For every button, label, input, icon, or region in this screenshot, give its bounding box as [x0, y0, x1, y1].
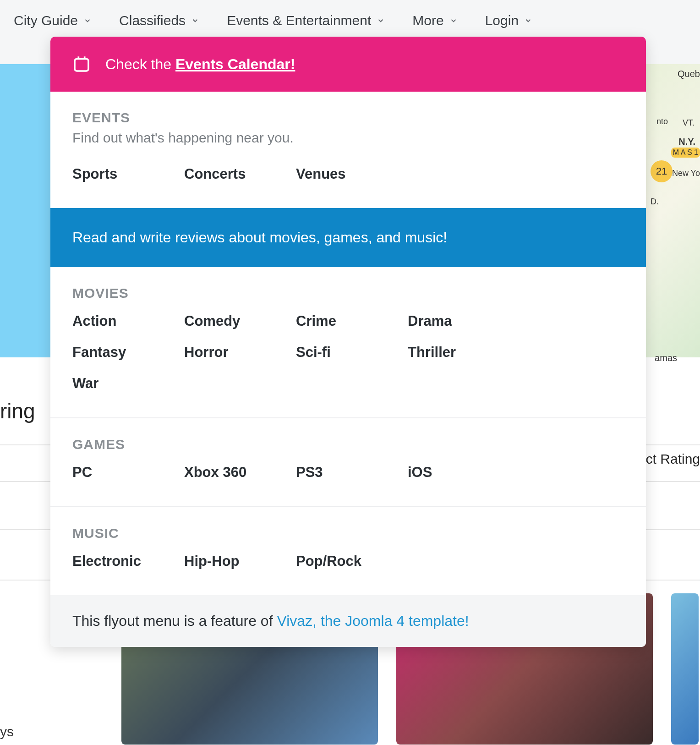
section-title: MUSIC — [72, 526, 624, 541]
map-cluster-badge[interactable]: 21 — [651, 160, 673, 182]
text-partial: ys — [0, 724, 14, 740]
chevron-down-icon — [83, 16, 92, 25]
section-title: EVENTS — [72, 110, 624, 126]
chevron-down-icon — [524, 16, 532, 25]
events-links: Sports Concerts Venues — [72, 159, 624, 190]
movies-links: Action Comedy Crime Drama Fantasy Horror… — [72, 306, 624, 399]
calendar-icon — [72, 55, 91, 73]
link-poprock[interactable]: Pop/Rock — [296, 546, 408, 577]
listing-card-image[interactable] — [671, 593, 699, 745]
nav-events-entertainment[interactable]: Events & Entertainment — [227, 13, 385, 28]
nav-label: Events & Entertainment — [227, 13, 371, 28]
link-xbox360[interactable]: Xbox 360 — [184, 457, 296, 488]
link-drama[interactable]: Drama — [408, 306, 520, 337]
page-heading-partial: ring — [0, 399, 35, 423]
link-ps3[interactable]: PS3 — [296, 457, 408, 488]
map-label: Queb — [678, 69, 700, 79]
map-label: N.Y. — [678, 137, 695, 147]
section-movies: MOVIES Action Comedy Crime Drama Fantasy… — [50, 267, 646, 417]
footer-link[interactable]: Vivaz, the Joomla 4 template! — [277, 613, 469, 629]
map-label: M A S 1 — [671, 148, 700, 158]
link-war[interactable]: War — [72, 368, 184, 399]
top-nav: City Guide Classifieds Events & Entertai… — [0, 0, 700, 41]
map-label: D. — [651, 197, 659, 207]
map-label: nto — [656, 117, 668, 126]
section-music: MUSIC Electronic Hip-Hop Pop/Rock — [50, 507, 646, 595]
chevron-down-icon — [449, 16, 458, 25]
chevron-down-icon — [191, 16, 199, 25]
link-horror[interactable]: Horror — [184, 337, 296, 368]
nav-city-guide[interactable]: City Guide — [14, 13, 92, 28]
section-title: MOVIES — [72, 285, 624, 301]
banner-events-calendar[interactable]: Check the Events Calendar! — [50, 37, 646, 92]
map-label: VT. — [683, 118, 695, 128]
nav-label: Login — [485, 13, 519, 28]
section-title: GAMES — [72, 437, 624, 452]
footer-prefix: This flyout menu is a feature of — [72, 613, 277, 629]
link-sports[interactable]: Sports — [72, 159, 184, 190]
music-links: Electronic Hip-Hop Pop/Rock — [72, 546, 624, 577]
nav-more[interactable]: More — [412, 13, 457, 28]
link-fantasy[interactable]: Fantasy — [72, 337, 184, 368]
link-crime[interactable]: Crime — [296, 306, 408, 337]
chevron-down-icon — [377, 16, 385, 25]
link-pc[interactable]: PC — [72, 457, 184, 488]
nav-classifieds[interactable]: Classifieds — [119, 13, 199, 28]
link-concerts[interactable]: Concerts — [184, 159, 296, 190]
svg-rect-0 — [75, 59, 88, 71]
nav-label: Classifieds — [119, 13, 186, 28]
link-electronic[interactable]: Electronic — [72, 546, 184, 577]
section-games: GAMES PC Xbox 360 PS3 iOS — [50, 418, 646, 506]
flyout-footer: This flyout menu is a feature of Vivaz, … — [50, 595, 646, 647]
banner-text: Check the Events Calendar! — [105, 56, 295, 73]
flyout-menu: Check the Events Calendar! EVENTS Find o… — [50, 37, 646, 647]
banner-reviews[interactable]: Read and write reviews about movies, gam… — [50, 208, 646, 267]
link-hiphop[interactable]: Hip-Hop — [184, 546, 296, 577]
link-action[interactable]: Action — [72, 306, 184, 337]
link-thriller[interactable]: Thriller — [408, 337, 520, 368]
banner-prefix: Check the — [105, 56, 175, 72]
section-subtitle: Find out what's happening near you. — [72, 130, 624, 146]
link-scifi[interactable]: Sci-fi — [296, 337, 408, 368]
section-events: EVENTS Find out what's happening near yo… — [50, 92, 646, 208]
nav-label: More — [412, 13, 443, 28]
games-links: PC Xbox 360 PS3 iOS — [72, 457, 624, 488]
link-venues[interactable]: Venues — [296, 159, 408, 190]
map-label: New Yo — [672, 169, 700, 178]
nav-login[interactable]: Login — [485, 13, 532, 28]
map-label: amas — [655, 353, 677, 363]
banner-link[interactable]: Events Calendar! — [175, 56, 295, 72]
link-ios[interactable]: iOS — [408, 457, 520, 488]
link-comedy[interactable]: Comedy — [184, 306, 296, 337]
nav-label: City Guide — [14, 13, 78, 28]
rating-label-partial: ct Rating — [646, 451, 700, 467]
